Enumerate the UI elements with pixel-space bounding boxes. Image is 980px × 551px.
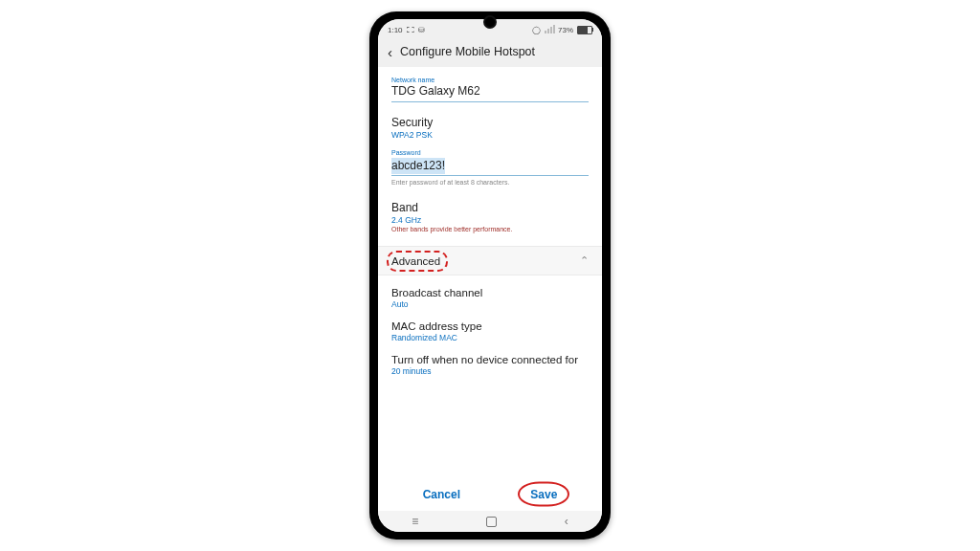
broadcast-channel-label: Broadcast channel <box>391 287 589 298</box>
page-title: Configure Mobile Hotspot <box>400 45 535 58</box>
home-button[interactable] <box>486 517 497 527</box>
broadcast-channel-item[interactable]: Broadcast channel Auto <box>391 287 589 309</box>
cancel-button[interactable]: Cancel <box>415 484 468 505</box>
battery-icon <box>577 26 592 34</box>
timeout-label: Turn off when no device connected for <box>391 354 589 365</box>
recents-button[interactable]: ≡ <box>412 515 418 528</box>
content: Network name TDG Galaxy M62 Security WPA… <box>378 67 602 476</box>
chevron-up-icon: ⌃ <box>580 254 589 267</box>
mac-address-label: MAC address type <box>391 320 589 332</box>
security-value[interactable]: WPA2 PSK <box>391 130 589 140</box>
status-icon: ⛁ <box>418 26 425 34</box>
network-name-label: Network name <box>391 77 589 83</box>
timeout-item[interactable]: Turn off when no device connected for 20… <box>391 354 589 376</box>
password-label: Password <box>391 149 589 156</box>
password-helper: Enter password of at least 8 characters. <box>391 179 589 186</box>
signal-icon <box>545 26 554 33</box>
footer-actions: Cancel Save <box>378 476 602 511</box>
password-value: abcde123! <box>391 158 445 174</box>
back-nav-button[interactable]: ‹ <box>565 515 568 528</box>
band-value[interactable]: 2.4 GHz <box>391 215 589 225</box>
advanced-toggle[interactable]: Advanced ⌃ <box>378 246 602 276</box>
phone-frame: 1:10 ⛶ ⛁ ◯ 73% ‹ Configure Mobile Hotspo… <box>369 11 611 540</box>
back-icon[interactable]: ‹ <box>388 44 392 59</box>
mac-address-item[interactable]: MAC address type Randomized MAC <box>391 320 589 342</box>
broadcast-channel-value: Auto <box>391 299 589 309</box>
band-hint: Other bands provide better performance. <box>391 226 589 232</box>
screen: 1:10 ⛶ ⛁ ◯ 73% ‹ Configure Mobile Hotspo… <box>378 19 602 532</box>
status-icon: ⛶ <box>407 26 414 34</box>
save-button[interactable]: Save <box>523 484 565 505</box>
band-label: Band <box>391 201 589 214</box>
annotation-highlight <box>518 481 569 506</box>
page-header: ‹ Configure Mobile Hotspot <box>378 38 602 67</box>
status-time: 1:10 <box>388 26 403 34</box>
timeout-value: 20 minutes <box>391 366 589 376</box>
advanced-label: Advanced <box>391 255 440 267</box>
nav-bar: ≡ ‹ <box>378 511 602 532</box>
camera-hole <box>483 15 497 29</box>
mac-address-value: Randomized MAC <box>391 333 589 342</box>
status-icon: ◯ <box>532 26 541 34</box>
password-field[interactable]: abcde123! <box>391 156 589 173</box>
network-name-field[interactable]: TDG Galaxy M62 <box>391 83 589 99</box>
status-battery-text: 73% <box>558 26 573 34</box>
security-label: Security <box>391 116 589 129</box>
